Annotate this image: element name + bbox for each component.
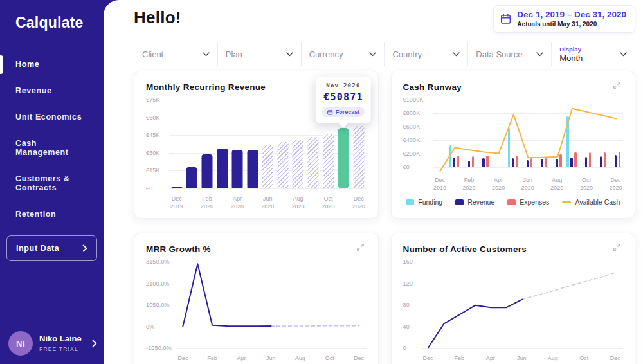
- mrr-bar-may-2020[interactable]: [247, 150, 258, 188]
- filter-client[interactable]: Client: [134, 42, 218, 66]
- y-axis-tick: 2100.0%: [146, 280, 170, 287]
- filter-country[interactable]: Country: [385, 42, 468, 66]
- revenue-bar[interactable]: [615, 155, 617, 167]
- expenses-bar[interactable]: [486, 156, 489, 167]
- funding-bar[interactable]: [508, 128, 511, 167]
- mrr-bar-jun-2020[interactable]: [262, 145, 273, 188]
- card-title: Cash Runway: [403, 79, 462, 92]
- legend-item-available-cash[interactable]: Available Cash: [562, 198, 620, 206]
- card-active-customers: Number of Active Customers 16012080400 D…: [391, 233, 636, 364]
- date-range-picker[interactable]: Dec 1, 2019 – Dec 31, 2020 Actuals until…: [493, 5, 635, 33]
- mrr-bar-sep-2020[interactable]: [307, 137, 318, 188]
- card-title: Number of Active Customers: [403, 241, 527, 254]
- mrr-bar-oct-2020[interactable]: [323, 134, 334, 188]
- revenue-bar[interactable]: [468, 161, 471, 168]
- expenses-bar[interactable]: [574, 152, 577, 167]
- sidebar-item-customers-contracts[interactable]: Customers & Contracts: [0, 168, 104, 199]
- gridline: €600K: [433, 127, 624, 127]
- funding-bar[interactable]: [449, 145, 452, 167]
- mrr-bar-apr-2020[interactable]: [232, 150, 243, 188]
- legend-swatch: [406, 199, 414, 205]
- active-customers-line: [421, 262, 624, 352]
- user-account[interactable]: NI Niko Laine FREE TRIAL: [8, 331, 98, 356]
- y-axis-tick: €800K: [403, 110, 421, 116]
- revenue-bar[interactable]: [570, 158, 573, 167]
- expenses-bar[interactable]: [516, 156, 518, 167]
- x-axis-tick: Dec2020: [352, 195, 365, 210]
- x-axis-tick: Apr2020: [231, 195, 244, 210]
- expenses-bar[interactable]: [530, 158, 533, 167]
- revenue-bar[interactable]: [556, 159, 558, 167]
- y-axis-tick: 80: [403, 302, 410, 308]
- user-plan-badge: FREE TRIAL: [39, 346, 82, 352]
- y-axis-tick: €600K: [403, 123, 421, 130]
- y-axis-tick: €30K: [146, 150, 160, 156]
- display-label: Display: [559, 46, 583, 53]
- sidebar-item-home[interactable]: Home: [0, 53, 104, 75]
- mrr-bar-mar-2020[interactable]: [217, 149, 228, 188]
- mrr-bar-feb-2020[interactable]: [201, 154, 212, 188]
- revenue-bar[interactable]: [453, 158, 456, 167]
- x-axis-tick: Aug2020: [547, 354, 559, 364]
- y-axis-tick: 120: [403, 280, 413, 287]
- filter-data-source[interactable]: Data Source: [468, 42, 552, 66]
- x-axis-tick: Aug2020: [294, 354, 307, 364]
- sidebar-item-unit-economics[interactable]: Unit Economics: [0, 106, 104, 128]
- filter-plan[interactable]: Plan: [218, 42, 302, 66]
- expenses-bar[interactable]: [619, 152, 621, 167]
- filter-currency[interactable]: Currency: [302, 42, 385, 66]
- expand-icon: [612, 80, 622, 90]
- expand-button[interactable]: [354, 241, 367, 255]
- input-data-button[interactable]: Input Data: [6, 235, 97, 261]
- y-axis-tick: -1050.0%: [146, 345, 172, 351]
- user-name: Niko Laine: [39, 334, 82, 343]
- mrr-bar-jul-2020[interactable]: [277, 142, 288, 188]
- chevron-down-icon: [536, 52, 543, 57]
- legend-item-funding[interactable]: Funding: [406, 198, 442, 206]
- gridline: €200K: [433, 154, 624, 154]
- revenue-bar[interactable]: [600, 156, 602, 167]
- x-axis-tick: Aug2020: [550, 176, 563, 192]
- y-axis-tick: €200K: [403, 150, 421, 157]
- expenses-bar[interactable]: [457, 156, 460, 167]
- gridline: 1050.0%: [176, 305, 367, 305]
- mrr-bar-jan-2020[interactable]: [186, 167, 197, 188]
- mrr-bar-dec-2020[interactable]: [353, 126, 364, 188]
- page-title: Hello!: [134, 8, 181, 28]
- mrr-bar-dec-2019[interactable]: [171, 187, 182, 188]
- mrr-bar-aug-2020[interactable]: [293, 140, 303, 188]
- expenses-bar[interactable]: [589, 152, 592, 167]
- sidebar-item-cash-management[interactable]: Cash Management: [0, 132, 104, 163]
- sidebar-item-retention[interactable]: Retention: [0, 203, 104, 225]
- expand-icon: [356, 242, 365, 252]
- revenue-bar[interactable]: [512, 158, 514, 167]
- expenses-bar[interactable]: [472, 156, 475, 167]
- filter-display-period[interactable]: Display Month: [552, 42, 635, 66]
- legend-item-expenses[interactable]: Expenses: [507, 198, 549, 206]
- expenses-bar[interactable]: [604, 152, 606, 167]
- card-cash-runway: Cash Runway €1000K€800K€600K€400K€200K€0…: [391, 71, 636, 219]
- gridline: -1050.0%: [176, 348, 367, 349]
- chevron-down-icon: [286, 52, 293, 57]
- y-axis-tick: 0: [403, 345, 406, 351]
- mrr-bar-nov-2020[interactable]: [338, 128, 349, 188]
- funding-bar[interactable]: [566, 116, 569, 167]
- sidebar: Calqulate Home Revenue Unit Economics Ca…: [0, 0, 104, 364]
- revenue-bar[interactable]: [585, 157, 588, 167]
- x-axis-tick: Feb2020: [453, 354, 466, 364]
- gridline: €0: [169, 188, 367, 189]
- page-header: Hello! Dec 1, 2019 – Dec 31, 2020 Actual…: [134, 5, 635, 33]
- expenses-bar[interactable]: [559, 154, 562, 167]
- date-range-value: Dec 1, 2019 – Dec 31, 2020: [517, 10, 626, 19]
- chevron-down-icon: [369, 52, 376, 57]
- y-axis-tick: €0: [403, 164, 410, 170]
- revenue-bar[interactable]: [482, 158, 485, 167]
- revenue-bar[interactable]: [527, 160, 529, 167]
- revenue-bar[interactable]: [541, 159, 544, 167]
- sidebar-item-revenue[interactable]: Revenue: [0, 80, 104, 102]
- expenses-bar[interactable]: [545, 158, 548, 167]
- expand-button[interactable]: [611, 79, 623, 93]
- gridline: €0: [433, 167, 624, 168]
- expand-button[interactable]: [611, 241, 623, 255]
- legend-item-revenue[interactable]: Revenue: [455, 198, 494, 206]
